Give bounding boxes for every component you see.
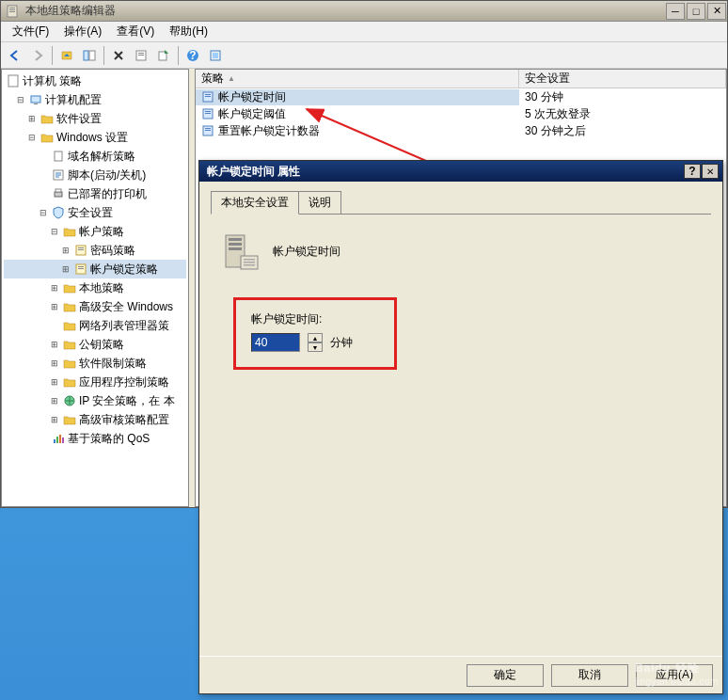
expand-icon[interactable]: ⊟ — [26, 132, 38, 143]
dialog-close-button[interactable]: ✕ — [702, 164, 719, 179]
tree-label: 帐户策略 — [79, 223, 124, 240]
menu-action[interactable]: 操作(A) — [56, 22, 109, 41]
list-row[interactable]: 帐户锁定时间30 分钟 — [196, 88, 726, 105]
expand-icon[interactable]: ⊞ — [26, 113, 38, 124]
tree-item[interactable]: 域名解析策略 — [4, 147, 186, 166]
tree-label: 应用程序控制策略 — [79, 374, 169, 390]
policy-name: 重置帐户锁定计数器 — [218, 123, 320, 139]
tree-item[interactable]: ⊟Windows 设置 — [4, 128, 186, 147]
expand-icon[interactable]: ⊞ — [49, 339, 60, 350]
svg-rect-4 — [84, 51, 88, 60]
svg-rect-25 — [78, 266, 84, 267]
tree-item[interactable]: ⊞高级安全 Windows — [4, 297, 186, 316]
expand-icon[interactable] — [38, 433, 49, 444]
tree-label: 脚本(启动/关机) — [68, 167, 146, 183]
titlebar[interactable]: 本地组策略编辑器 ─ □ ✕ — [1, 1, 727, 22]
expand-icon[interactable] — [49, 320, 60, 331]
properties-button[interactable] — [131, 45, 151, 66]
expand-icon[interactable] — [38, 169, 49, 181]
minimize-button[interactable]: ─ — [666, 3, 685, 20]
up-button[interactable] — [56, 45, 77, 66]
expand-icon[interactable]: ⊞ — [49, 282, 60, 294]
tree-item[interactable]: ⊞密码策略 — [4, 241, 186, 260]
expand-icon[interactable]: ⊟ — [38, 207, 49, 218]
dialog-titlebar[interactable]: 帐户锁定时间 属性 ? ✕ — [199, 161, 722, 182]
expand-icon[interactable] — [38, 188, 49, 199]
export-button[interactable] — [153, 45, 174, 66]
expand-icon[interactable]: ⊞ — [49, 395, 60, 406]
col-setting[interactable]: 安全设置 — [519, 70, 726, 88]
cancel-button[interactable]: 取消 — [551, 664, 628, 687]
tree-item[interactable]: ⊟帐户策略 — [4, 222, 186, 241]
refresh-button[interactable] — [205, 45, 226, 66]
svg-rect-15 — [31, 96, 40, 103]
policy-name: 帐户锁定阈值 — [218, 106, 286, 122]
menu-help[interactable]: 帮助(H) — [162, 22, 215, 41]
unit-label: 分钟 — [330, 335, 353, 351]
expand-icon[interactable]: ⊞ — [49, 376, 60, 388]
tab-local-security[interactable]: 本地安全设置 — [211, 191, 299, 215]
lockout-duration-input[interactable] — [251, 333, 300, 352]
maximize-button[interactable]: □ — [687, 3, 705, 20]
menu-file[interactable]: 文件(F) — [5, 22, 56, 41]
document-icon — [6, 74, 21, 88]
tabs: 本地安全设置 说明 — [211, 191, 711, 215]
tree-item[interactable]: 脚本(启动/关机) — [4, 166, 186, 184]
svg-rect-39 — [205, 128, 211, 129]
tree-label: 网络列表管理器策 — [79, 317, 169, 334]
expand-icon[interactable]: ⊟ — [15, 94, 26, 105]
svg-rect-16 — [34, 103, 38, 104]
qos-icon — [51, 432, 66, 445]
tree-item[interactable]: ⊟安全设置 — [4, 203, 186, 222]
tree-item[interactable]: ⊞高级审核策略配置 — [4, 410, 186, 429]
tree-item[interactable]: ⊞软件限制策略 — [4, 354, 186, 373]
svg-rect-37 — [205, 113, 211, 114]
tree-item[interactable]: ⊞公钥策略 — [4, 335, 186, 354]
expand-icon[interactable]: ⊟ — [49, 226, 60, 237]
svg-rect-50 — [244, 264, 255, 266]
folder-icon — [62, 281, 77, 294]
folder-icon — [62, 357, 77, 370]
list-row[interactable]: 帐户锁定阈值5 次无效登录 — [196, 105, 726, 122]
tree-item[interactable]: ⊟计算机配置 — [4, 90, 186, 109]
expand-icon[interactable]: ⊞ — [49, 414, 60, 425]
policy-icon — [73, 244, 88, 257]
svg-rect-31 — [62, 438, 64, 443]
tree-item[interactable]: 已部署的打印机 — [4, 184, 186, 203]
svg-rect-1 — [9, 8, 15, 8]
tree-item[interactable]: ⊞应用程序控制策略 — [4, 373, 186, 391]
expand-icon[interactable]: ⊞ — [49, 301, 60, 312]
tree-panel[interactable]: 计算机 策略 ⊟计算机配置⊞软件设置⊟Windows 设置域名解析策略脚本(启动… — [1, 69, 189, 507]
spinner-up-button[interactable]: ▲ — [308, 333, 323, 342]
svg-rect-46 — [229, 247, 242, 250]
tab-explain[interactable]: 说明 — [298, 191, 341, 214]
show-hide-button[interactable] — [79, 45, 100, 66]
tree-item[interactable]: ⊞IP 安全策略，在 本 — [4, 391, 186, 410]
help-button[interactable]: ? — [182, 45, 203, 66]
svg-rect-17 — [55, 151, 62, 161]
close-button[interactable]: ✕ — [707, 3, 726, 20]
expand-icon[interactable] — [38, 151, 49, 162]
tree-item[interactable]: 网络列表管理器策 — [4, 316, 186, 335]
tree-item[interactable]: ⊞帐户锁定策略 — [4, 260, 186, 278]
dialog-help-button[interactable]: ? — [684, 164, 701, 179]
spinner-down-button[interactable]: ▼ — [308, 342, 323, 352]
tree-item[interactable]: ⊞本地策略 — [4, 278, 186, 297]
svg-rect-49 — [244, 262, 255, 263]
menu-view[interactable]: 查看(V) — [109, 22, 162, 41]
list-row[interactable]: 重置帐户锁定计数器30 分钟之后 — [196, 122, 726, 139]
back-button[interactable] — [5, 45, 25, 66]
delete-button[interactable] — [108, 45, 129, 66]
script-icon — [51, 168, 66, 182]
tree-item[interactable]: 基于策略的 QoS — [4, 429, 186, 448]
forward-button[interactable] — [27, 45, 48, 66]
expand-icon[interactable]: ⊞ — [60, 245, 71, 256]
tree-root[interactable]: 计算机 策略 — [4, 72, 186, 90]
ok-button[interactable]: 确定 — [467, 664, 544, 687]
expand-icon[interactable]: ⊞ — [49, 358, 60, 369]
tree-item[interactable]: ⊞软件设置 — [4, 109, 186, 128]
col-policy[interactable]: 策略 — [196, 70, 519, 88]
policy-value: 5 次无效登录 — [525, 106, 591, 122]
expand-icon[interactable]: ⊞ — [60, 263, 71, 275]
ipsec-icon — [62, 394, 77, 407]
